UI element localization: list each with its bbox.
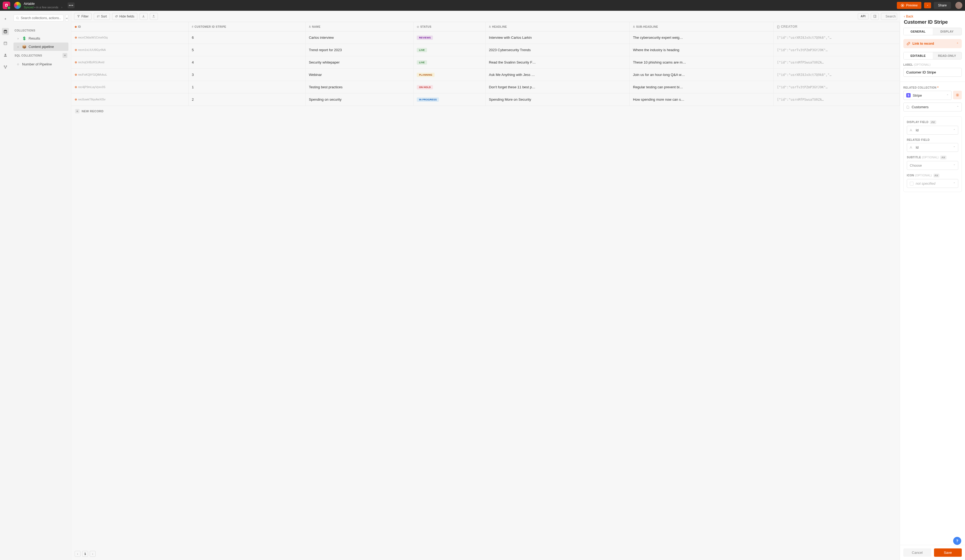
svg-point-8: [16, 17, 18, 19]
project-info: Airtable Synced • in a few seconds ›: [24, 2, 62, 9]
new-record-button[interactable]: + NEW RECORD: [71, 106, 900, 117]
project-name: Airtable: [24, 2, 62, 6]
add-sql-collection-button[interactable]: +: [62, 53, 67, 58]
share-button[interactable]: Share: [934, 2, 951, 9]
document-icon: [906, 106, 909, 109]
svg-line-9: [18, 19, 19, 20]
back-link[interactable]: ‹ Back: [904, 15, 961, 18]
save-button[interactable]: Save: [934, 549, 962, 557]
chevron-down-icon: ⌃: [953, 146, 955, 149]
nav-number-of-pipeline[interactable]: ○ Number of Pipeline: [13, 60, 69, 69]
top-header: Airtable Synced • in a few seconds › •••…: [0, 0, 965, 11]
icon-rail: [0, 11, 11, 560]
svg-point-7: [5, 68, 6, 69]
label-input[interactable]: [903, 68, 962, 77]
preview-dropdown[interactable]: [924, 2, 931, 8]
page-1[interactable]: 1: [82, 551, 88, 557]
hide-fields-button[interactable]: Hide fields: [112, 13, 137, 20]
export-button[interactable]: [150, 13, 158, 20]
collection-settings-button[interactable]: [953, 91, 962, 100]
user-avatar[interactable]: [955, 2, 962, 9]
related-collection-select[interactable]: S Stripe ⌃: [903, 91, 952, 100]
layout-button[interactable]: [871, 13, 879, 20]
rail-data-icon[interactable]: [2, 28, 9, 35]
sql-collections-header: SQL Collections: [15, 54, 42, 57]
empty-icon-slot: [910, 182, 914, 186]
tab-readonly[interactable]: READ-ONLY: [933, 52, 962, 59]
edit-tabs: EDITABLE READ-ONLY: [903, 52, 962, 59]
main-tabs: GENERAL DISPLAY: [903, 28, 962, 35]
table-row[interactable]: ⊕rec0uwkT8qxAeXlSv 2 Spending on securit…: [71, 93, 900, 106]
sidebar-search[interactable]: [13, 15, 64, 21]
data-table: ⊕ID #Customer ID Stripe AName ⊙Status AH…: [71, 22, 900, 106]
text-icon: A: [489, 25, 491, 28]
table-row[interactable]: ⊕recFoKQtYGQtMvbuL 3 Webinar PLANNING As…: [71, 69, 900, 81]
related-field-select[interactable]: A Id ⌃: [907, 143, 958, 152]
link-icon: [906, 42, 910, 46]
chevron-left-icon: ‹: [904, 15, 905, 18]
table-row[interactable]: ⊕recnCIkbsW1CmxhGq 6 Carlos interview RE…: [71, 31, 900, 44]
sync-status: Synced • in a few seconds ›: [24, 6, 62, 9]
circle-icon: ○: [16, 62, 20, 66]
icon-select[interactable]: not specified ⌃: [907, 179, 958, 188]
svg-rect-2: [4, 42, 7, 45]
link-to-record[interactable]: Link to record ⌃: [903, 39, 962, 48]
chevron-down-icon: ⌃: [953, 164, 955, 167]
main-content: Filter Sort Hide fields API Search ⊕ID #…: [71, 11, 900, 560]
chevron-down-icon: ⌃: [956, 42, 958, 45]
table-row[interactable]: ⊕recm1vLIUU9GyrfAA 5 Trend report for 20…: [71, 44, 900, 56]
collapse-sidebar-button[interactable]: «: [65, 15, 69, 21]
chevron-down-icon: ⌃: [953, 182, 955, 185]
more-button[interactable]: •••: [68, 2, 75, 8]
next-page-button[interactable]: ›: [90, 551, 96, 557]
fx-badge: fx: [940, 156, 946, 159]
help-button[interactable]: ?: [953, 537, 961, 545]
table-search[interactable]: Search: [881, 13, 897, 20]
table-row[interactable]: ⊕rechqOrlBzRSJAvid 4 Security whitepaper…: [71, 56, 900, 69]
hash-icon: #: [192, 25, 193, 28]
chevron-down-icon: ⌃: [953, 129, 955, 132]
nav-results[interactable]: › 💲 Results: [13, 34, 69, 42]
field-settings-panel: ‹ Back Customer ID Stripe GENERAL DISPLA…: [900, 11, 965, 560]
cancel-button[interactable]: Cancel: [903, 549, 931, 557]
text-icon: A: [309, 25, 311, 28]
rail-users-icon[interactable]: [2, 52, 9, 59]
tab-general[interactable]: GENERAL: [904, 28, 933, 35]
svg-point-4: [5, 54, 6, 55]
import-button[interactable]: [139, 13, 148, 20]
subtitle-select[interactable]: Choose ⌃: [907, 161, 958, 170]
filter-button[interactable]: Filter: [74, 13, 92, 20]
display-field-select[interactable]: A Id ⌃: [907, 126, 958, 135]
select-icon: ⊙: [417, 25, 419, 28]
rail-pages-icon[interactable]: [2, 40, 9, 47]
search-icon: [16, 16, 19, 20]
rail-workflow-icon[interactable]: [2, 64, 9, 70]
key-icon: ⊕: [75, 25, 77, 28]
svg-point-15: [957, 95, 958, 96]
dollar-icon: 💲: [22, 36, 26, 41]
toolbar: Filter Sort Hide fields API Search: [71, 11, 900, 22]
panel-title: Customer ID Stripe: [904, 20, 961, 25]
app-logo[interactable]: [3, 2, 10, 9]
nav-content-pipeline[interactable]: › 📦 Content pipeline: [13, 42, 69, 51]
tab-editable[interactable]: EDITABLE: [904, 52, 933, 59]
stripe-icon: S: [906, 93, 911, 98]
sidebar-search-input[interactable]: [21, 16, 61, 20]
svg-point-6: [6, 66, 7, 67]
rail-magic-icon[interactable]: [2, 16, 9, 23]
fx-badge: fx: [930, 120, 936, 124]
chevron-icon: ›: [16, 36, 20, 41]
sidebar: « Collections › 💲 Results › 📦 Content pi…: [11, 11, 71, 560]
prev-page-button[interactable]: ‹: [75, 551, 80, 557]
project-icon[interactable]: [14, 2, 21, 9]
box-icon: 📦: [22, 45, 26, 49]
svg-point-5: [4, 66, 5, 67]
sort-button[interactable]: Sort: [94, 13, 110, 20]
tab-display[interactable]: DISPLAY: [933, 28, 962, 35]
related-table-select[interactable]: Customers ⌃: [903, 103, 962, 111]
api-button[interactable]: API: [858, 13, 869, 20]
svg-point-1: [4, 30, 7, 31]
collections-header: Collections: [15, 29, 67, 32]
table-row[interactable]: ⊕rec4jP9mLayVyxv3S 1 Testing best practi…: [71, 81, 900, 93]
preview-button[interactable]: Preview: [897, 2, 921, 9]
